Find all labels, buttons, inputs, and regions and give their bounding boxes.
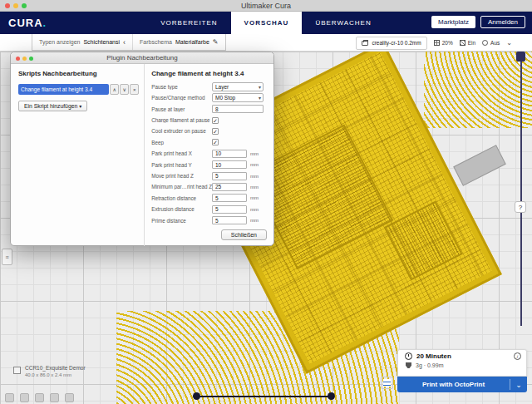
field-label: Pause/Change method [151,95,212,101]
field-label: Cool extruder on pause [151,128,212,134]
support-value: Ein [468,40,475,46]
park-head-x-input[interactable] [212,150,247,158]
support-setting[interactable]: Ein [460,40,475,46]
move-script-up-button[interactable]: ∧ [110,84,119,95]
field-label: Minimum par…rint head Z [151,184,212,190]
collapsed-tool-panel[interactable]: ≡ [2,249,12,265]
marketplace-button[interactable]: Marktplatz [431,16,475,28]
field-label: Charge filament at pause [151,117,212,123]
layer-slider-track[interactable] [520,57,522,326]
infill-icon [434,40,440,46]
field-row: Retraction distance mm [151,194,267,203]
unit-label: mm [250,174,259,179]
view-type-dropdown[interactable]: Typen anzeigen Schichtenansi ‹ [32,34,133,50]
bottom-icon-2[interactable] [20,393,29,402]
chevron-down-icon: ▾ [259,83,261,91]
charge-filament-checkbox[interactable]: ✓ [212,117,219,124]
field-row: Prime distance mm [151,216,267,225]
remove-script-button[interactable]: × [130,84,139,95]
field-label: Move print head Z [151,173,212,179]
print-time-estimate: 20 Minuten [416,352,510,360]
printer-icon [362,41,368,46]
post-processing-dialog: Plugin Nachbearbeitung Skripts Nachbearb… [10,52,274,246]
timeline-slider-track[interactable] [197,396,332,397]
material-icon [406,362,411,368]
color-scheme-label: Farbschema [140,39,172,45]
field-label: Prime distance [151,218,212,224]
bottom-icon-4[interactable] [50,393,59,402]
info-icon[interactable]: i [514,352,521,360]
field-row: Extrusion distance mm [151,204,267,214]
view-type-label: Typen anzeigen [39,39,80,45]
unit-label: mm [250,195,259,200]
extrusion-distance-input[interactable] [212,205,247,214]
field-label: Park print head X [151,150,212,156]
printer-selector[interactable]: creality-cr-10 0.2mm [356,37,426,50]
park-head-y-input[interactable] [212,160,247,169]
bottom-icon-5[interactable] [65,393,74,402]
object-info[interactable]: CCR10_Exquisite Demor 40.0 x 86.0 x 2.4 … [13,365,86,377]
prime-distance-input[interactable] [212,216,247,224]
view-type-value: Schichtenansi [83,39,120,45]
script-settings-heading: Change filament at height 3.4 [151,70,267,77]
output-device-icon[interactable] [381,377,393,389]
dialog-zoom-button[interactable] [29,57,33,61]
adhesion-setting[interactable]: Aus [482,40,500,46]
infill-value: 20% [442,40,453,46]
minimum-park-z-input[interactable] [212,183,247,191]
printer-name: creality-cr-10 0.2mm [372,40,421,46]
dialog-titlebar[interactable]: Plugin Nachbearbeitung [11,52,273,64]
color-scheme-value: Materialfarbe [175,39,209,45]
print-button-chevron-down-icon[interactable]: ⌄ [510,381,527,389]
move-head-z-input[interactable] [212,172,247,180]
add-script-button[interactable]: Ein Skript hinzufügen▾ [18,101,87,111]
dialog-close-button[interactable] [16,57,20,61]
pause-at-layer-input[interactable] [212,105,264,113]
beep-checkbox[interactable]: ✓ [212,139,219,145]
chevron-down-icon: ▾ [259,94,261,102]
pause-method-select[interactable]: M0 Stop▾ [212,93,264,102]
window-title: Ultimaker Cura [0,2,532,10]
infill-setting[interactable]: 20% [434,40,453,46]
print-with-octoprint-button[interactable]: Print with OctoPrint ⌄ [397,377,527,392]
signin-button[interactable]: Anmelden [480,16,525,28]
field-row: Move print head Z mm [151,171,267,180]
adhesion-value: Aus [490,40,500,46]
tab-ueberwachen[interactable]: ÜBERWACHEN [302,12,384,34]
unit-label: mm [250,151,259,156]
cool-extruder-checkbox[interactable]: ✓ [212,128,219,135]
unit-label: mm [250,185,259,190]
script-list-item[interactable]: Change filament at height 3.4 [18,84,109,95]
layer-slider-help-badge[interactable]: ? [515,201,526,213]
object-cube-icon [13,367,21,374]
field-row: Cool extruder on pause ✓ [151,127,267,136]
collapse-panel-icon[interactable]: ‹ [123,38,126,47]
bottom-icon-1[interactable] [5,393,14,402]
dialog-close-action-button[interactable]: Schließen [221,229,267,240]
settings-chevron-down-icon[interactable]: ⌄ [506,39,512,47]
retraction-distance-input[interactable] [212,194,247,202]
unit-label: mm [250,207,259,212]
layer-slider-handle[interactable] [516,52,525,62]
unsliced-part [453,145,505,185]
field-label: Beep [151,140,212,145]
timeline-handle-end[interactable] [328,392,335,400]
dialog-minimize-button[interactable] [22,57,27,61]
dialog-title: Plugin Nachbearbeitung [11,52,273,64]
bottom-icon-3[interactable] [35,393,44,402]
tab-vorschau[interactable]: VORSCHAU [231,12,303,34]
timeline-handle-start[interactable] [193,392,200,400]
print-button-label: Print with OctoPrint [397,381,510,388]
tab-vorbereiten[interactable]: VORBEREITEN [147,12,230,34]
move-script-down-button[interactable]: ∨ [120,84,129,95]
pause-type-select[interactable]: Layer▾ [212,82,264,91]
object-dimensions: 40.0 x 86.0 x 2.4 mm [25,372,86,377]
field-row: Park print head Y mm [151,160,267,170]
color-scheme-dropdown[interactable]: Farbschema Materialfarbe ✎ [133,34,224,50]
adhesion-icon [482,40,488,46]
field-row: Park print head X mm [151,149,267,158]
support-icon [460,40,466,46]
unit-label: mm [250,162,259,167]
edit-pencil-icon[interactable]: ✎ [213,38,219,46]
view-options-panel: Typen anzeigen Schichtenansi ‹ Farbschem… [32,34,226,51]
